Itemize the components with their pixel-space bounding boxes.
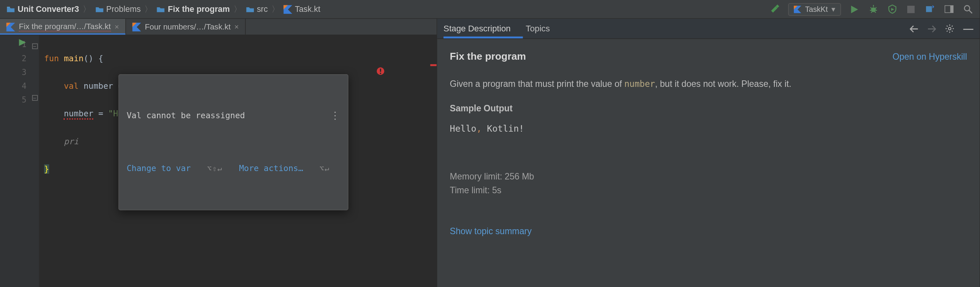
sample-output-text: Hello [450,124,476,134]
tab-stage-description[interactable]: Stage Description [443,19,510,38]
chevron-right-icon: 〉 [144,3,152,15]
kotlin-icon [794,5,802,13]
folder-icon [245,5,254,13]
search-everywhere-icon[interactable] [962,3,973,15]
run-gutter-icon[interactable] [19,39,26,46]
run-icon[interactable] [849,3,860,15]
sample-output-text: , [476,124,482,134]
breadcrumb-project-label: Unit Converter3 [18,5,79,14]
code-token: pri [64,137,79,146]
fold-toggle-icon[interactable]: – [32,44,38,49]
stop-icon[interactable] [905,3,917,15]
code-token: main [64,54,84,63]
kotlin-file-icon [283,5,292,13]
svg-rect-9 [926,6,931,12]
side-tab-label: Topics [526,24,550,34]
code-error-token: number [64,109,93,120]
layout-icon[interactable] [943,3,955,15]
editor-tabs: Fix the program/…/Task.kt × Four numbers… [0,19,437,35]
breadcrumb-item[interactable]: src [243,3,270,15]
line-number: 2 [0,52,26,65]
breadcrumb-label: src [257,5,268,14]
svg-marker-5 [851,5,858,13]
memory-limit: Memory limit: 256 Mb [450,170,967,184]
sample-output-heading: Sample Output [450,102,967,116]
line-number: 4 [0,79,26,93]
code-token: number [83,81,113,91]
svg-rect-8 [907,5,915,13]
build-hammer-icon[interactable] [769,3,781,15]
sample-output-text: Kotlin! [482,124,524,134]
side-tabs: Stage Description Topics — [437,19,980,39]
editor-tab[interactable]: Four numbers/…/Task.kt × [126,19,246,34]
fold-toggle-icon[interactable]: – [32,95,38,101]
error-indicator-icon[interactable] [376,39,435,103]
line-number: 5 [0,93,26,107]
task-description-body: Fix the program Open on Hyperskill Given… [437,39,980,249]
svg-point-12 [964,6,969,11]
gear-icon[interactable] [945,24,955,34]
more-vert-icon[interactable]: ⋮ [330,109,340,123]
popup-title: Val cannot be reassigned [127,109,245,123]
svg-rect-11 [950,6,953,13]
error-stripe-marker[interactable] [430,64,437,66]
code-inline: number [624,78,655,88]
run-configuration-dropdown[interactable]: TaskKt ▾ [788,3,841,15]
folder-icon [95,5,104,13]
show-topic-summary-link[interactable]: Show topic summary [450,225,532,239]
line-number: 3 [0,65,26,79]
intention-popup: Val cannot be reassigned ⋮ Change to var… [118,74,348,210]
open-on-hyperskill-link[interactable]: Open on Hyperskill [893,50,967,64]
folder-icon [6,5,15,13]
fold-column: – – [30,35,39,287]
folder-icon [157,5,165,13]
breadcrumb-file[interactable]: Task.kt [281,3,323,15]
editor-pane: Fix the program/…/Task.kt × Four numbers… [0,19,437,287]
task-title: Fix the program [450,49,526,65]
chevron-right-icon: 〉 [234,3,242,15]
quickfix-more-actions[interactable]: More actions… [239,162,303,176]
breadcrumb-project[interactable]: Unit Converter3 [4,3,82,15]
editor-tab-label: Fix the program/…/Task.kt [19,22,111,32]
time-limit: Time limit: 5s [450,184,967,197]
close-icon[interactable]: × [234,22,239,31]
tab-topics[interactable]: Topics [526,19,550,38]
back-icon[interactable] [910,25,918,33]
task-text: , but it does not work. Please, fix it. [655,78,791,88]
hide-panel-icon[interactable]: — [963,23,973,34]
breadcrumb-item[interactable]: Problems [92,3,143,15]
quickfix-change-to-var[interactable]: Change to var [127,162,191,176]
code-token: () { [83,54,103,63]
chevron-down-icon: ▾ [831,5,835,13]
svg-rect-20 [380,68,381,72]
forward-icon[interactable] [927,25,936,33]
navigation-bar: Unit Converter3 〉 Problems 〉 Fix the pro… [0,0,980,19]
task-limits: Memory limit: 256 Mb Time limit: 5s [450,170,967,197]
kotlin-file-icon [132,22,141,31]
update-project-icon[interactable] [924,3,936,15]
debug-icon[interactable] [867,3,879,15]
svg-marker-18 [19,39,26,46]
toolbar-right: TaskKt ▾ [769,3,976,15]
code-token: fun [44,54,64,63]
breadcrumb-item[interactable]: Fix the program [154,3,232,15]
editor-tab-active[interactable]: Fix the program/…/Task.kt × [0,19,126,34]
task-paragraph: Given a program that must print the valu… [450,77,967,91]
breadcrumb: Unit Converter3 〉 Problems 〉 Fix the pro… [4,3,769,15]
run-config-label: TaskKt [805,5,828,13]
breadcrumb-label: Problems [106,5,141,14]
kotlin-file-icon [6,22,15,31]
breadcrumb-label: Task.kt [295,5,321,14]
run-coverage-icon[interactable] [887,3,898,15]
chevron-right-icon: 〉 [83,3,91,15]
editor-body[interactable]: 1 2 3 4 5 – – fun main() { val number = … [0,35,437,287]
shortcut-label: ⌥⇧↵ [207,162,223,176]
close-icon[interactable]: × [115,22,119,31]
side-tab-label: Stage Description [443,24,510,34]
code-area[interactable]: fun main() { val number = "Hello, World!… [39,35,437,287]
shortcut-label: ⌥↵ [319,162,330,176]
svg-marker-7 [891,8,894,11]
task-description-pane: Stage Description Topics — [437,19,980,287]
editor-gutter: 1 2 3 4 5 [0,35,30,287]
code-token: val [64,81,84,91]
